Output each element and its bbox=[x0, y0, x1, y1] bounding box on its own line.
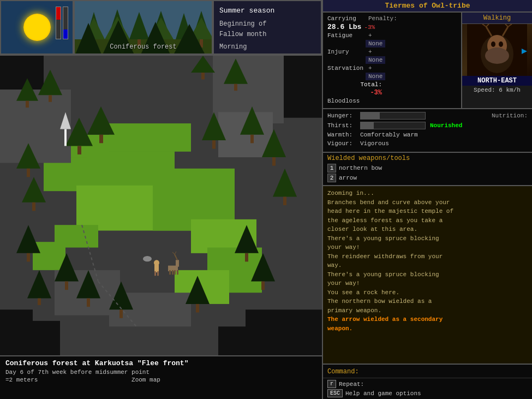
thirst-row: Thirst: Nourished bbox=[327, 122, 528, 129]
total-row: Total: bbox=[327, 81, 457, 88]
esc-key[interactable]: ESC bbox=[327, 389, 343, 397]
fatigue-label: Fatigue bbox=[327, 32, 366, 39]
svg-rect-55 bbox=[27, 169, 30, 177]
svg-rect-61 bbox=[99, 135, 103, 144]
hunger-row: Hunger: Nutrition: bbox=[327, 112, 528, 120]
condition-section: Hunger: Nutrition: Thirst: Nourished War… bbox=[323, 109, 532, 153]
total-value-row: -3% bbox=[327, 89, 457, 97]
svg-rect-51 bbox=[201, 73, 205, 79]
carrying-row: Carrying Penalty: bbox=[327, 15, 457, 22]
portrait-svg bbox=[467, 24, 527, 76]
svg-rect-75 bbox=[119, 309, 123, 318]
weapon-num-1: 1 bbox=[327, 164, 336, 172]
svg-rect-53 bbox=[234, 84, 237, 91]
svg-rect-28 bbox=[33, 321, 60, 355]
esc-row[interactable]: ESC Help and game options bbox=[327, 389, 528, 397]
weight-row: 28.6 Lbs -3% bbox=[327, 23, 457, 31]
char-stats: Carrying Penalty: 28.6 Lbs -3% Fatigue +… bbox=[323, 13, 461, 108]
svg-rect-32 bbox=[109, 123, 191, 152]
zoom-text: Zoom map bbox=[131, 377, 160, 383]
bloodloss-label: Bloodloss bbox=[327, 98, 366, 104]
svg-point-87 bbox=[154, 260, 159, 265]
svg-rect-71 bbox=[65, 282, 68, 290]
svg-rect-47 bbox=[26, 101, 29, 108]
total-value: -3% bbox=[327, 89, 382, 97]
vigour-value: Vigorous bbox=[360, 140, 389, 147]
carrying-label: Carrying bbox=[327, 15, 366, 22]
temperature-bars bbox=[56, 7, 68, 39]
bloodloss-row: Bloodloss bbox=[327, 98, 457, 104]
forest-image: Coniferous forest bbox=[74, 0, 213, 55]
weight-value: 28.6 Lbs bbox=[327, 23, 361, 31]
month-text: Beginning of bbox=[219, 19, 315, 29]
svg-rect-49 bbox=[49, 95, 52, 102]
char-info-row: Carrying Penalty: 28.6 Lbs -3% Fatigue +… bbox=[323, 13, 532, 109]
map-svg bbox=[0, 56, 322, 355]
svg-rect-81 bbox=[38, 299, 41, 305]
svg-rect-57 bbox=[32, 203, 35, 211]
svg-rect-77 bbox=[196, 304, 199, 313]
svg-rect-59 bbox=[77, 146, 81, 154]
weapons-header: Wielded weapons/tools bbox=[327, 154, 528, 162]
weapons-section: Wielded weapons/tools 1 northern bow 2 a… bbox=[323, 153, 532, 186]
starvation-label: Starvation bbox=[327, 65, 366, 72]
nutrition-label: Nutrition: bbox=[492, 112, 528, 119]
injury-label: Injury bbox=[327, 49, 366, 55]
starvation-row: Starvation + bbox=[327, 65, 457, 72]
svg-rect-85 bbox=[261, 282, 265, 290]
warmth-label: Warmth: bbox=[327, 132, 360, 138]
bottom-status: Coniferous forest at Karkuotsa "Flee fro… bbox=[0, 355, 322, 399]
svg-rect-95 bbox=[177, 270, 178, 275]
log-highlight: The arrow wielded as a secondary weapon. bbox=[327, 316, 443, 332]
top-bar: Coniferous forest Summer season Beginnin… bbox=[0, 0, 322, 55]
time-text: Morning bbox=[219, 42, 315, 52]
month-name-text: Fallow month bbox=[219, 29, 315, 40]
weapon-name-2: arrow bbox=[339, 175, 357, 181]
svg-rect-27 bbox=[0, 309, 33, 355]
weapon-num-2: 2 bbox=[327, 174, 336, 182]
fatigue-value-row: None bbox=[327, 40, 457, 47]
svg-rect-69 bbox=[27, 253, 30, 262]
right-panel: Tiermes of Owl-tribe Carrying Penalty: 2… bbox=[322, 0, 532, 399]
total-label: Total: bbox=[327, 81, 382, 88]
weapon-row-2: 2 arrow bbox=[327, 174, 528, 182]
weapon-name-1: northern bow bbox=[339, 165, 382, 171]
svg-rect-92 bbox=[169, 270, 171, 275]
svg-rect-65 bbox=[272, 157, 276, 166]
svg-rect-30 bbox=[246, 309, 322, 332]
char-portrait-box: Walking bbox=[461, 13, 532, 108]
fatigue-row: Fatigue + bbox=[327, 32, 457, 39]
injury-value-row: None bbox=[327, 56, 457, 64]
location-line: Coniferous forest at Karkuotsa "Flee fro… bbox=[5, 359, 316, 367]
starvation-value: None bbox=[366, 73, 385, 80]
svg-rect-91 bbox=[176, 260, 179, 266]
game-map[interactable] bbox=[0, 55, 322, 355]
sun-icon bbox=[23, 14, 51, 41]
svg-rect-93 bbox=[172, 270, 174, 275]
direction-label: NORTH-EAST bbox=[462, 76, 532, 86]
repeat-row[interactable]: r Repeat: bbox=[327, 380, 528, 388]
left-panel: Coniferous forest Summer season Beginnin… bbox=[0, 0, 322, 399]
season-text: Summer season bbox=[219, 5, 315, 17]
temp-bar-blue bbox=[63, 7, 68, 39]
command-section: Command: bbox=[323, 365, 532, 378]
warmth-row: Warmth: Comfortably warm bbox=[327, 132, 528, 138]
date-line: Day 6 of 7th week before midsummer point bbox=[5, 369, 316, 376]
season-box: Summer season Beginning of Fallow month … bbox=[213, 0, 322, 55]
injury-plus: + bbox=[368, 49, 372, 55]
svg-rect-83 bbox=[245, 253, 248, 262]
weather-box bbox=[0, 0, 74, 55]
command-label: Command: bbox=[327, 368, 359, 376]
repeat-key[interactable]: r bbox=[327, 380, 336, 388]
game-log-text: Zooming in... Branches bend and curve ab… bbox=[327, 189, 528, 333]
nutrition-value: Nourished bbox=[430, 122, 462, 129]
starvation-plus: + bbox=[368, 65, 372, 72]
svg-rect-73 bbox=[87, 299, 90, 307]
repeat-label: Repeat: bbox=[339, 381, 364, 388]
svg-rect-63 bbox=[250, 135, 254, 144]
portrait-area bbox=[462, 24, 532, 76]
svg-rect-94 bbox=[174, 270, 176, 275]
esc-label: Help and game options bbox=[345, 390, 421, 397]
svg-rect-67 bbox=[283, 196, 286, 205]
fatigue-value: None bbox=[366, 40, 385, 47]
